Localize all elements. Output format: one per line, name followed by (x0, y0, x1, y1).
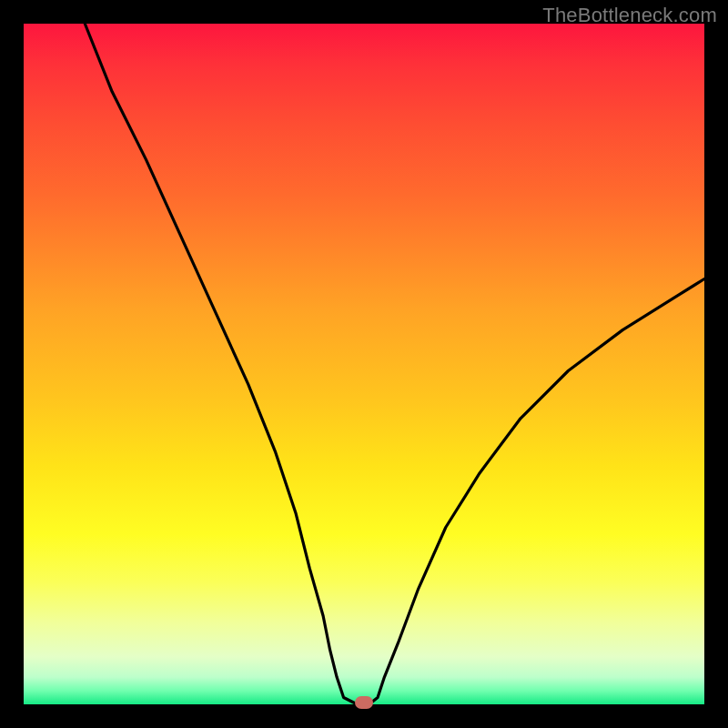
bottleneck-curve (24, 24, 704, 704)
watermark-text: TheBottleneck.com (542, 4, 717, 27)
chart-frame: TheBottleneck.com (0, 0, 728, 728)
plot-area (24, 24, 704, 704)
optimal-point-marker (355, 696, 373, 709)
